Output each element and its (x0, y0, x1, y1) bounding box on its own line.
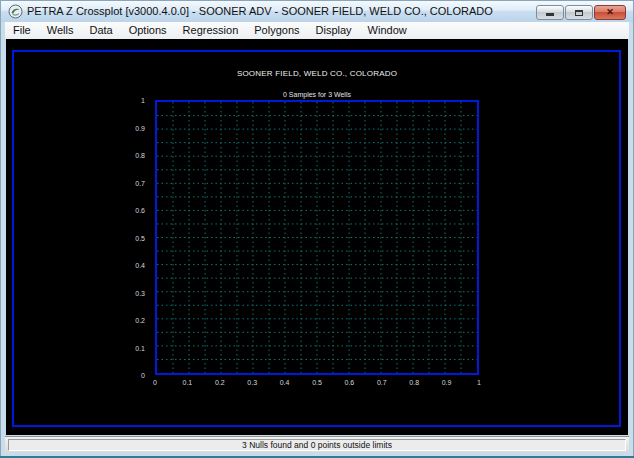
plot-grid (157, 102, 477, 373)
x-tick-label: 1 (477, 379, 481, 386)
x-tick-label: 0.4 (280, 379, 290, 386)
app-icon (8, 4, 23, 19)
menu-item-options[interactable]: Options (121, 22, 175, 39)
maximize-button[interactable] (565, 5, 593, 20)
app-window: PETRA Z Crossplot [v3000.4.0.0] - SOONER… (0, 0, 634, 458)
window-controls: ✕ (536, 5, 626, 20)
y-tick-label: 0.8 (135, 152, 145, 159)
close-icon: ✕ (595, 6, 625, 19)
menu-item-polygons[interactable]: Polygons (246, 22, 307, 39)
window-title: PETRA Z Crossplot [v3000.4.0.0] - SOONER… (27, 1, 493, 22)
x-tick-label: 0.1 (183, 379, 193, 386)
x-tick-label: 0.6 (345, 379, 355, 386)
x-tick-label: 0.8 (409, 379, 419, 386)
x-tick-label: 0.2 (215, 379, 225, 386)
menu-item-wells[interactable]: Wells (39, 22, 82, 39)
y-axis-labels: 10.90.80.70.60.50.40.30.20.10 (118, 100, 150, 375)
y-tick-label: 0 (141, 372, 145, 379)
close-button[interactable]: ✕ (594, 5, 626, 20)
x-tick-label: 0.9 (442, 379, 452, 386)
menu-item-window[interactable]: Window (360, 22, 415, 39)
status-bar: 3 Nulls found and 0 points outside limit… (5, 436, 629, 452)
chart-title: SOONER FIELD, WELD CO., COLORADO (155, 69, 479, 78)
chart-client-area: SOONER FIELD, WELD CO., COLORADO 0 Sampl… (6, 39, 628, 435)
y-tick-label: 0.1 (135, 344, 145, 351)
x-tick-label: 0.5 (312, 379, 322, 386)
y-tick-label: 0.6 (135, 207, 145, 214)
menu-bar: FileWellsDataOptionsRegressionPolygonsDi… (5, 22, 629, 39)
x-axis-labels: 00.10.20.30.40.50.60.70.80.91 (155, 379, 479, 389)
y-tick-label: 0.2 (135, 317, 145, 324)
title-bar[interactable]: PETRA Z Crossplot [v3000.4.0.0] - SOONER… (1, 1, 633, 22)
menu-item-regression[interactable]: Regression (175, 22, 247, 39)
y-tick-label: 1 (141, 97, 145, 104)
menu-item-display[interactable]: Display (308, 22, 360, 39)
menu-item-data[interactable]: Data (81, 22, 120, 39)
y-tick-label: 0.3 (135, 289, 145, 296)
x-tick-label: 0.3 (247, 379, 257, 386)
y-tick-label: 0.5 (135, 234, 145, 241)
y-tick-label: 0.7 (135, 179, 145, 186)
plot-area[interactable] (155, 100, 479, 375)
x-tick-label: 0 (153, 379, 157, 386)
menu-item-file[interactable]: File (5, 22, 39, 39)
minimize-icon (546, 13, 554, 16)
y-tick-label: 0.9 (135, 124, 145, 131)
minimize-button[interactable] (536, 5, 564, 20)
maximize-icon (575, 10, 583, 16)
y-tick-label: 0.4 (135, 262, 145, 269)
chart-subtitle: 0 Samples for 3 Wells (155, 91, 479, 98)
x-tick-label: 0.7 (377, 379, 387, 386)
status-message: 3 Nulls found and 0 points outside limit… (8, 439, 626, 451)
